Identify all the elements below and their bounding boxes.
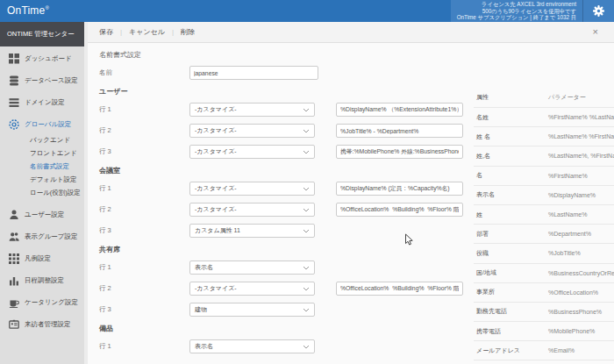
sidebar-title: ONTIME 管理センター [0, 22, 84, 46]
close-icon[interactable]: × [593, 27, 598, 37]
row-label: 行 3 [99, 305, 189, 314]
row-label: 行 2 [99, 284, 189, 293]
custom-format-input[interactable] [336, 145, 463, 159]
sidebar-submenu: バックエンドフロントエンド名前書式設定デフォルト設定ロール(役割)設定 [0, 133, 84, 199]
chevron-down-icon [303, 187, 310, 191]
mouse-cursor [404, 233, 414, 250]
sidebar-item-cup[interactable]: ケータリング設定 [0, 296, 84, 309]
format-row: 行 3建物 [99, 303, 478, 317]
format-dropdown[interactable]: 表示名 [189, 261, 315, 275]
sidebar-item-user[interactable]: ユーザー設定 [0, 208, 84, 221]
param-cell: %LastName%, %FirstName% [546, 146, 614, 166]
sidebar-subitem[interactable]: 名前書式設定 [0, 160, 84, 173]
cancel-button[interactable]: キャンセル [129, 27, 165, 37]
format-row: 行 3-カスタマイズ- [99, 145, 478, 159]
format-dropdown[interactable]: カスタム属性 11 [189, 224, 315, 238]
sidebar-item-label: ユーザー設定 [25, 211, 64, 219]
format-row: 行 2-カスタマイズ- [99, 282, 478, 296]
sidebar-subitem[interactable]: デフォルト設定 [0, 173, 84, 186]
param-row: 姓,名%LastName%, %FirstName% [474, 146, 614, 166]
row-label: 行 2 [99, 205, 189, 214]
settings-button[interactable] [582, 0, 614, 22]
param-row: 携帯電話%MobilePhone% [474, 322, 614, 341]
format-dropdown[interactable]: -カスタマイズ- [189, 103, 315, 117]
format-dropdown[interactable]: -カスタマイズ- [189, 182, 315, 196]
sidebar-item-database[interactable]: データベース設定 [0, 74, 84, 87]
name-input[interactable] [189, 66, 318, 80]
toolbar-separator: | [120, 28, 122, 36]
sidebar-item-globe[interactable]: グローバル設定 [0, 118, 84, 131]
param-table: 属性 パラメーター 名姓%FirstName% %LastName%姓 名%La… [474, 89, 614, 364]
license-info: ライセンス先 AXCEL 3rd environment 500のうち90ライセ… [451, 0, 582, 22]
format-row: 行 2-カスタマイズ- [99, 203, 478, 217]
list-icon [9, 97, 19, 108]
database-icon [9, 75, 19, 86]
section-title: 備品 [99, 324, 478, 332]
format-row: 行 2-カスタマイズ- [99, 124, 478, 138]
section-title: 共有席 [99, 245, 478, 253]
sidebar-item-label: 表示グループ設定 [25, 232, 78, 241]
chevron-down-icon [303, 229, 310, 233]
format-dropdown[interactable]: -カスタマイズ- [189, 145, 315, 159]
sidebar: ONTIME 管理センター ダッシュボードデータベース設定ドメイン設定グローバル… [0, 22, 88, 364]
registered-mark: ® [45, 5, 49, 11]
row-label: 行 1 [99, 342, 189, 351]
license-line: OnTime サブスクリプション | 終了まで 1032 日 [457, 14, 576, 20]
param-cell: %JobTitle% [546, 244, 614, 263]
gear-icon [593, 5, 604, 17]
param-cell: %Building% [546, 360, 614, 364]
format-dropdown[interactable]: 表示名 [189, 339, 315, 353]
format-dropdown[interactable]: -カスタマイズ- [189, 124, 315, 138]
param-row: 勤務先電話%BusinessPhone% [474, 302, 614, 321]
sidebar-item-grid[interactable]: 凡例設定 [0, 252, 84, 265]
sidebar-item-users[interactable]: 表示グループ設定 [0, 230, 84, 243]
sidebar-item-list[interactable]: ドメイン設定 [0, 96, 84, 109]
param-cell: %MobilePhone% [546, 322, 614, 341]
chevron-down-icon [303, 345, 310, 349]
param-row: 役職%JobTitle% [474, 244, 614, 263]
custom-format-input[interactable] [336, 203, 463, 217]
chevron-down-icon [303, 266, 310, 270]
param-cell: %Department% [546, 225, 614, 244]
sidebar-item-badge[interactable]: 来訪者管理設定 [0, 318, 84, 331]
attr-cell: 表示名 [474, 185, 546, 204]
sidebar-subitem[interactable]: フロントエンド [0, 146, 84, 160]
attr-cell: 姓 [474, 204, 546, 224]
param-row: 名姓%FirstName% %LastName% [474, 108, 614, 127]
param-row: 国/地域%BusinessCountryOrRegion% [474, 263, 614, 282]
dashboard-icon [9, 54, 19, 64]
globe-icon [9, 119, 19, 130]
param-row: 表示名%DisplayName% [474, 185, 614, 204]
delete-button[interactable]: 削除 [181, 27, 195, 37]
sidebar-item-label: 日程調整設定 [25, 276, 64, 285]
row-label: 行 1 [99, 263, 189, 272]
save-button[interactable]: 保存 [99, 27, 113, 37]
format-dropdown[interactable]: -カスタマイズ- [189, 203, 315, 217]
attr-cell: 事業所 [474, 282, 546, 302]
sidebar-menu: ダッシュボードデータベース設定ドメイン設定グローバル設定バックエンドフロントエン… [0, 46, 84, 331]
toolbar-separator: | [172, 28, 174, 36]
toolbar: 保存 | キャンセル | 削除 [88, 22, 614, 43]
format-row: 行 1-カスタマイズ- [99, 182, 478, 196]
format-dropdown[interactable]: 建物 [189, 303, 315, 317]
row-label: 行 1 [99, 184, 189, 193]
custom-format-input[interactable] [336, 282, 463, 296]
custom-format-input[interactable] [336, 182, 463, 196]
top-bar: OnTime® ライセンス先 AXCEL 3rd environment 500… [0, 0, 614, 22]
app-logo: OnTime® [0, 0, 49, 22]
attr-cell: 姓 名 [474, 127, 546, 146]
sidebar-subitem[interactable]: バックエンド [0, 133, 84, 146]
chevron-down-icon [303, 108, 310, 112]
users-icon [9, 232, 19, 242]
format-dropdown[interactable]: -カスタマイズ- [189, 282, 315, 296]
sidebar-item-dashboard[interactable]: ダッシュボード [0, 52, 84, 65]
custom-format-input[interactable] [336, 103, 463, 117]
page-title: 名前書式設定 [99, 50, 478, 59]
custom-format-input[interactable] [336, 124, 463, 138]
sidebar-subitem[interactable]: ロール(役割)設定 [0, 186, 84, 199]
section-title: ユーザー [99, 87, 478, 96]
attr-cell: 役職 [474, 244, 546, 263]
attr-cell: 名 [474, 166, 546, 185]
param-cell: %BusinessPhone% [546, 302, 614, 321]
sidebar-item-chart[interactable]: 日程調整設定 [0, 274, 84, 287]
